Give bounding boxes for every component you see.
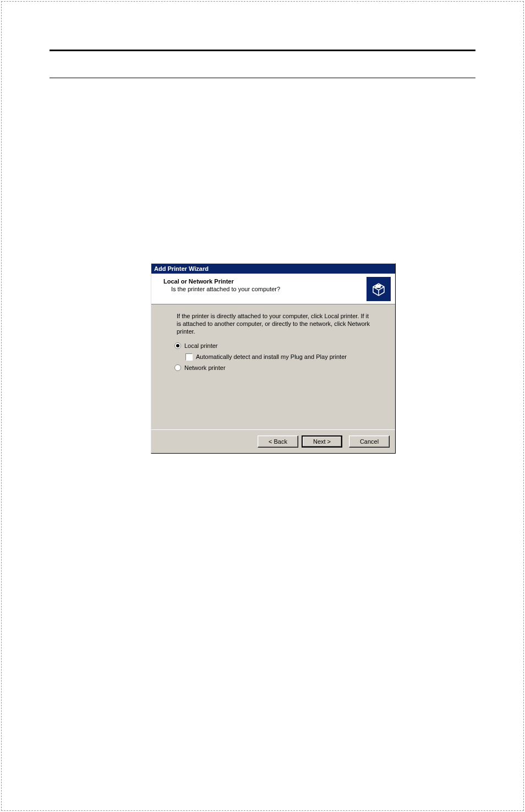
dialog-title: Add Printer Wizard bbox=[154, 265, 209, 272]
network-printer-label: Network printer bbox=[184, 364, 226, 372]
next-button[interactable]: Next > bbox=[302, 435, 342, 448]
autodetect-option[interactable]: Automatically detect and install my Plug… bbox=[185, 353, 373, 361]
horizontal-rule-thick bbox=[50, 50, 475, 51]
printer-icon bbox=[367, 277, 391, 301]
local-printer-label: Local printer bbox=[184, 342, 218, 350]
add-printer-wizard-dialog: Add Printer Wizard Local or Network Prin… bbox=[151, 263, 396, 454]
autodetect-checkbox[interactable] bbox=[185, 353, 193, 361]
autodetect-label: Automatically detect and install my Plug… bbox=[196, 353, 347, 361]
network-printer-option[interactable]: Network printer bbox=[174, 364, 373, 372]
local-printer-option[interactable]: Local printer bbox=[174, 342, 373, 350]
cancel-button[interactable]: Cancel bbox=[349, 435, 390, 448]
dialog-footer: < Back Next > Cancel bbox=[151, 429, 395, 453]
dialog-header-subtitle: Is the printer attached to your computer… bbox=[171, 286, 389, 292]
document-content bbox=[50, 50, 475, 78]
dialog-header: Local or Network Printer Is the printer … bbox=[151, 274, 395, 304]
dialog-titlebar: Add Printer Wizard bbox=[151, 264, 395, 274]
local-printer-radio[interactable] bbox=[174, 342, 181, 349]
network-printer-radio[interactable] bbox=[174, 364, 181, 371]
instruction-text: If the printer is directly attached to y… bbox=[177, 312, 373, 335]
back-button[interactable]: < Back bbox=[258, 435, 298, 448]
horizontal-rule-thin bbox=[50, 78, 475, 78]
dialog-header-title: Local or Network Printer bbox=[163, 278, 389, 285]
dialog-body: If the printer is directly attached to y… bbox=[151, 304, 395, 429]
